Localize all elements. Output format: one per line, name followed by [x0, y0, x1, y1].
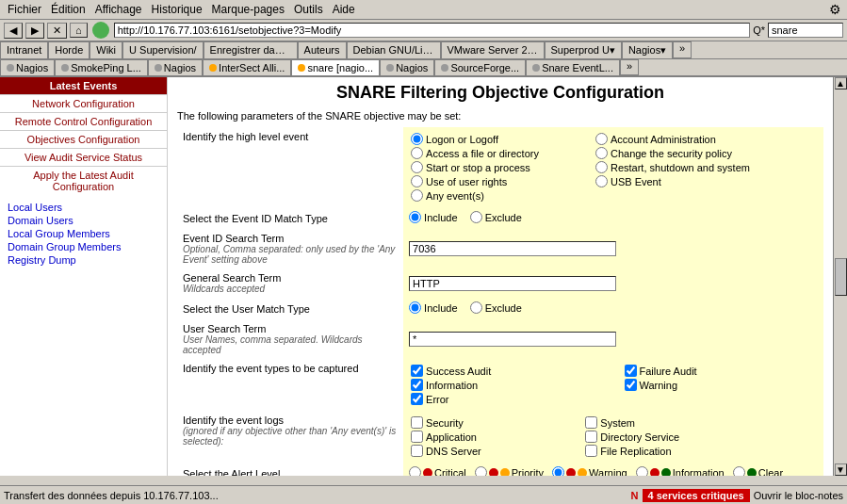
- event-types-label: Identify the event types to be captured: [183, 363, 359, 374]
- radio-exclude-user[interactable]: [470, 301, 482, 314]
- cb-error[interactable]: [411, 393, 423, 405]
- sidebar-objectives-config[interactable]: Objectives Configuration: [0, 131, 167, 148]
- event-id-search-input[interactable]: [409, 241, 616, 256]
- forward-button[interactable]: ▶: [25, 23, 44, 39]
- form-description: The following parameters of the SNARE ob…: [177, 110, 823, 122]
- cb-dns-server[interactable]: [411, 445, 423, 457]
- tab-sourceforge[interactable]: SourceForge...: [434, 59, 526, 75]
- cb-failure-audit[interactable]: [625, 365, 637, 377]
- radio-include-user[interactable]: [409, 301, 421, 314]
- menu-edition[interactable]: Édition: [47, 2, 90, 17]
- radio-usb[interactable]: [595, 175, 608, 187]
- back-button[interactable]: ◀: [4, 23, 23, 39]
- tab-usupervision[interactable]: U Supervision/: [122, 41, 204, 58]
- sidebar-remote-control[interactable]: Remote Control Configuration: [0, 113, 167, 130]
- notepad-button[interactable]: Ouvrir le bloc-notes: [754, 490, 843, 501]
- radio-user-rights[interactable]: [411, 175, 423, 187]
- sidebar-view-audit[interactable]: View Audit Service Status: [0, 149, 167, 166]
- general-search-sublabel: Wildcards accepted: [183, 284, 398, 294]
- radio-restart[interactable]: [595, 161, 608, 173]
- user-search-sublabel: User Names, comma separated. Wildcards a…: [183, 334, 398, 355]
- cb-application[interactable]: [411, 431, 423, 443]
- stop-button[interactable]: ✕: [47, 23, 67, 39]
- menu-fichier[interactable]: Fichier: [4, 2, 45, 17]
- services-badge[interactable]: 4 services critiques: [643, 489, 750, 502]
- menu-affichage[interactable]: Affichage: [91, 2, 146, 17]
- radio-priority[interactable]: [475, 466, 487, 476]
- home-button[interactable]: ⌂: [70, 23, 88, 38]
- event-id-match-label: Select the Event ID Match Type: [183, 213, 328, 224]
- sidebar-registry-dump[interactable]: Registry Dump: [0, 253, 167, 267]
- tab-snare-event[interactable]: Snare EventL...: [526, 59, 620, 75]
- tab-intranet[interactable]: Intranet: [0, 41, 48, 58]
- cb-security[interactable]: [411, 416, 423, 429]
- event-id-search-sublabel: Optional, Comma separated: only used by …: [183, 244, 398, 265]
- general-search-input[interactable]: [409, 276, 616, 291]
- radio-clear[interactable]: [733, 466, 745, 476]
- sidebar-local-group[interactable]: Local Group Members: [0, 227, 167, 240]
- menu-outils[interactable]: Outils: [290, 2, 327, 17]
- cb-directory-service[interactable]: [585, 431, 597, 443]
- user-search-input[interactable]: [409, 332, 616, 347]
- status-text: Transfert des données depuis 10.176.77.1…: [4, 490, 627, 501]
- high-level-event-label: Identify the high level event: [183, 131, 308, 142]
- cb-success-audit[interactable]: [411, 365, 423, 377]
- tab-superprod[interactable]: Superprod U▾: [545, 41, 622, 58]
- page-title: SNARE Filtering Objective Configuration: [177, 83, 823, 103]
- radio-critical[interactable]: [409, 466, 421, 476]
- menu-historique[interactable]: Historique: [148, 2, 206, 17]
- radio-account-admin[interactable]: [595, 133, 608, 145]
- tab-nagios1[interactable]: Nagios: [0, 59, 55, 75]
- radio-information[interactable]: [636, 466, 648, 476]
- nagios-icon: N: [631, 490, 639, 501]
- user-search-label: User Search Term: [183, 323, 398, 334]
- event-id-search-label: Event ID Search Term: [183, 233, 398, 244]
- tab-nagios-menu[interactable]: Nagios▾: [622, 41, 673, 58]
- search-input[interactable]: [768, 23, 843, 38]
- tab-auteurs[interactable]: Auteurs: [298, 41, 347, 58]
- radio-any-event[interactable]: [411, 189, 423, 202]
- sidebar-domain-group[interactable]: Domain Group Members: [0, 240, 167, 253]
- alert-level-label: Select the Alert Level: [183, 468, 280, 477]
- sidebar-local-users[interactable]: Local Users: [0, 201, 167, 214]
- cb-warning[interactable]: [625, 379, 637, 391]
- sidebar-network-config[interactable]: Network Configuration: [0, 95, 167, 112]
- radio-logon[interactable]: [411, 133, 423, 145]
- tab-nagios3[interactable]: Nagios: [380, 59, 434, 75]
- tab-vmware[interactable]: VMware Server 2.0 ...: [441, 41, 545, 58]
- settings-icon[interactable]: ⚙: [829, 2, 841, 17]
- event-logs-label: Identify the event logs: [183, 415, 398, 426]
- radio-access-file[interactable]: [411, 147, 423, 159]
- tab-smokeping[interactable]: SmokePing L...: [55, 59, 148, 75]
- radio-warning[interactable]: [552, 466, 564, 476]
- tab-horde[interactable]: Horde: [48, 41, 90, 58]
- tab-debian[interactable]: Debian GNU/Linux -...: [347, 41, 441, 58]
- radio-exclude-event[interactable]: [470, 211, 482, 223]
- cb-information[interactable]: [411, 379, 423, 391]
- tab-enregistrer[interactable]: Enregistrer dans M...: [204, 41, 298, 58]
- menu-aide[interactable]: Aide: [329, 2, 359, 17]
- tab-wiki[interactable]: Wiki: [90, 41, 122, 58]
- url-input[interactable]: [114, 23, 751, 38]
- tab-snare-active[interactable]: snare [nagio...: [291, 59, 380, 75]
- general-search-label: General Search Term: [183, 272, 398, 284]
- tab-nagios2[interactable]: Nagios: [148, 59, 203, 75]
- radio-start-stop[interactable]: [411, 161, 423, 173]
- sidebar-latest-events[interactable]: Latest Events: [0, 77, 167, 94]
- sidebar-domain-users[interactable]: Domain Users: [0, 214, 167, 227]
- user-match-label: Select the User Match Type: [183, 303, 310, 315]
- cb-system[interactable]: [585, 416, 597, 429]
- radio-include-event[interactable]: [409, 211, 421, 223]
- sidebar-apply-audit[interactable]: Apply the Latest Audit Configuration: [0, 167, 167, 195]
- radio-change-security[interactable]: [595, 147, 608, 159]
- event-logs-sublabel: (ignored if any objective other than 'An…: [183, 426, 398, 447]
- menu-marque-pages[interactable]: Marque-pages: [208, 2, 288, 17]
- tab-intersect[interactable]: InterSect Alli...: [203, 59, 291, 75]
- cb-file-replication[interactable]: [585, 445, 597, 457]
